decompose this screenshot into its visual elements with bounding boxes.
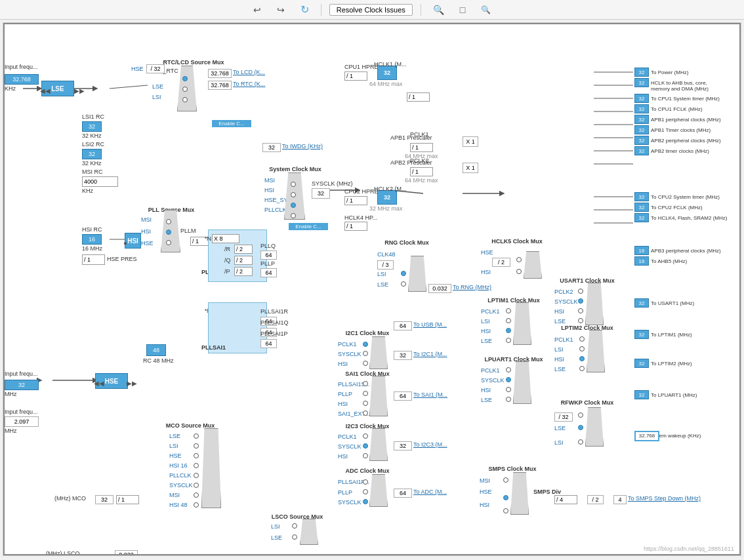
cpu1-hpre-select[interactable]: / 1: [344, 71, 367, 81]
output-lptim2: 32 To LPTIM2 (MHz): [634, 359, 692, 368]
out-hclk4-num: 32: [634, 213, 649, 222]
rng-clk48: CLK48: [377, 251, 396, 258]
enable-clock-btn-sys[interactable]: Enable C...: [289, 223, 328, 230]
resolve-clock-issues-button[interactable]: Resolve Clock Issues: [329, 4, 413, 16]
lptim1-mux-shape: [513, 302, 531, 345]
apb1-pre-select[interactable]: / 1: [410, 143, 433, 152]
input-freq-bot-value[interactable]: 2.097: [5, 416, 39, 427]
hclk4-div-select[interactable]: / 1: [344, 222, 367, 231]
usart1-lse-sel: [578, 318, 583, 323]
adc-pllp: PLLP: [338, 489, 352, 496]
pll-mux-sel1: [166, 219, 171, 224]
pll-p-select[interactable]: / 2: [234, 267, 253, 276]
hclk5-hse-div2: / 2: [492, 258, 510, 267]
lpuart1-lse-sel: [506, 397, 511, 402]
out-apb1peri-num: 32: [634, 115, 649, 124]
lsi1-unit: 32 KHz: [82, 132, 102, 139]
smps-div4-select[interactable]: / 4: [554, 495, 577, 504]
to-usb-value: 64: [394, 321, 412, 330]
hse-label-top: HSE: [131, 66, 144, 72]
to-i2c3-label[interactable]: To I2C3 (M...: [413, 441, 447, 448]
lpuart1-sysclk: SYSCLK: [481, 377, 505, 384]
hse-arrow-right: ▶▶: [127, 380, 137, 387]
out-cpu1sys-label: To CPU1 System timer (MHz): [651, 96, 720, 102]
lptim2-hsi-sel: [579, 356, 585, 361]
apb2-x1: X 1: [463, 163, 478, 173]
i2c3-pclk-sel: [363, 433, 368, 439]
hclk1-div-select[interactable]: / 1: [407, 92, 430, 102]
input-freq-mid-value[interactable]: 32: [5, 380, 39, 390]
pll-q-select[interactable]: / 2: [234, 256, 253, 265]
lsi2-unit: 32 KHz: [82, 160, 102, 167]
zoom-search-button[interactable]: 🔍: [429, 3, 448, 16]
pllsai1r-label: PLLSAI1R: [260, 308, 288, 315]
smps-hsi-sel: [503, 508, 508, 513]
lptim2-lse-sel: [579, 366, 585, 371]
lpuart1-pclk-sel: [506, 367, 511, 372]
out-usart1-label: To USART1 (MHz): [651, 300, 694, 306]
smps-hse-sel: [503, 495, 508, 500]
to-adc-label[interactable]: To ADC (M...: [413, 489, 447, 495]
hsi-freq-value[interactable]: 16: [82, 234, 102, 245]
out-apb2timer-num: 32: [634, 146, 649, 155]
sysclk-msi-label: MSI: [264, 177, 275, 184]
pll-n-select[interactable]: X 8: [212, 234, 239, 243]
i2c3-hsi: HSI: [338, 453, 348, 460]
out-power-label: To Power (MHz): [651, 70, 688, 75]
lsco-lse-sel: [292, 534, 297, 540]
undo-button[interactable]: ↩: [249, 3, 265, 16]
lsi1-freq-value[interactable]: 32: [82, 121, 102, 132]
smps-out-label[interactable]: To SMPS Step Down (MHz): [628, 495, 701, 502]
output-ahb5: 16 To AHB5 (MHz): [634, 256, 687, 266]
out-lptim1-label: To LPTIM1 (MHz): [651, 332, 692, 338]
msi-freq-select[interactable]: 4000: [82, 176, 118, 187]
hclk4-label: HCLK4 HP...: [344, 214, 377, 221]
mco-hsi48: HSI 48: [169, 502, 188, 508]
smps-clock-mux-title: SMPS Clock Mux: [480, 466, 545, 472]
to-lcd-value: 32.768: [208, 69, 232, 78]
i2c3-sysclk-sel: [363, 443, 368, 449]
input-freq-mid-label: Input frequ...: [5, 370, 38, 377]
hclk2-label: HCLK2 (M...: [374, 186, 407, 192]
hsi-div-select[interactable]: / 1: [82, 254, 105, 265]
hclk1-max: 64 MHz max: [369, 81, 403, 87]
connection-lines: [3, 23, 741, 555]
rng-lsi-sel: [401, 271, 406, 276]
lpuart1-lse: LSE: [481, 397, 492, 403]
input-freq-top-value[interactable]: 32.768: [5, 74, 39, 85]
sysclk-hsi-label: HSI: [264, 187, 274, 193]
rng-mux-shape: [408, 256, 426, 292]
redo-button[interactable]: ↪: [273, 3, 289, 16]
zoom-fit-button[interactable]: □: [456, 3, 469, 16]
pll-r-select[interactable]: / 2: [234, 245, 253, 254]
usart1-hsi-sel: [578, 308, 583, 313]
refresh-button[interactable]: ↻: [297, 2, 313, 17]
apb2-pre-select[interactable]: / 1: [410, 167, 433, 176]
enable-clock-btn-rtc[interactable]: Enable C...: [212, 120, 251, 127]
cpu2-hpre-select[interactable]: / 1: [344, 196, 367, 205]
to-iwdg-label[interactable]: To IWDG (KHz): [282, 143, 323, 150]
i2c3-clock-mux-title: I2C3 Clock Mux: [338, 423, 397, 430]
mco-div-select[interactable]: / 1: [116, 495, 139, 504]
mco-lsi: LSI: [169, 443, 178, 449]
to-usb-label[interactable]: To USB (M...: [413, 321, 447, 328]
to-rtc-label[interactable]: To RTC (K...: [233, 81, 265, 87]
lsi2-freq-value[interactable]: 32: [82, 149, 102, 159]
out-lptim2-label: To LPTIM2 (MHz): [651, 361, 692, 367]
to-sai1-label[interactable]: To SAI1 (M...: [413, 391, 447, 398]
lpuart1-mux-shape: [513, 361, 531, 404]
zoom-out-button[interactable]: 🔍: [477, 4, 495, 16]
pll-r-label: /R: [224, 246, 230, 252]
mco-source-mux-title: MCO Source Mux: [157, 422, 223, 429]
to-i2c1-label[interactable]: To I2C1 (M...: [413, 351, 447, 357]
pll-mux-sel3: [166, 240, 171, 245]
to-rng-label[interactable]: To RNG (MHz): [453, 284, 491, 290]
mco-hse: HSE: [169, 452, 182, 459]
smps-hsi: HSI: [480, 502, 489, 508]
rc48-value[interactable]: 48: [146, 344, 166, 356]
rfwkp-lsi: LSI: [554, 439, 564, 446]
to-lcd-label[interactable]: To LCD (K...: [233, 69, 265, 75]
sai1-clock-mux-title: SAI1 Clock Mux: [338, 370, 397, 377]
rtc-lcd-mux-title: RTC/LCD Source Mux: [154, 59, 233, 66]
mco-output-value: 32: [95, 495, 114, 504]
